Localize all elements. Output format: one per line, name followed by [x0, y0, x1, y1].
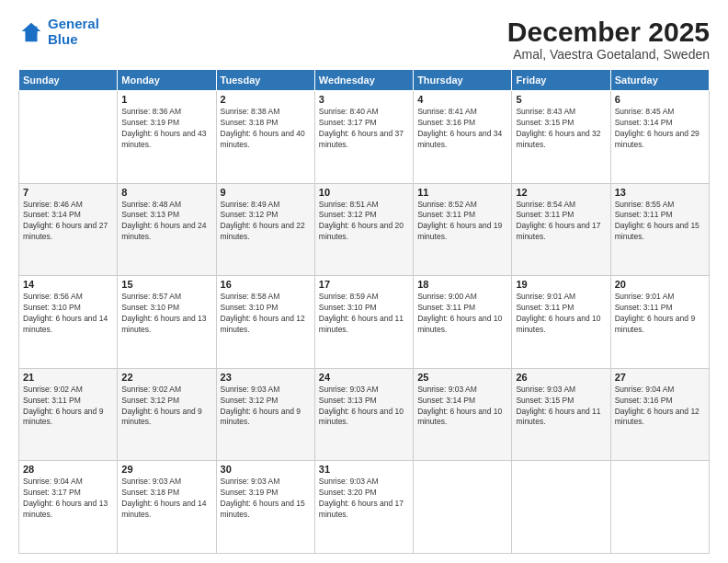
logo-text: General Blue [48, 17, 99, 47]
daylight-text: Daylight: 6 hours and 13 minutes. [23, 499, 108, 519]
sunset-text: Sunset: 3:14 PM [417, 396, 475, 405]
calendar-week-row: 1 Sunrise: 8:36 AM Sunset: 3:19 PM Dayli… [19, 91, 710, 184]
sunrise-text: Sunrise: 8:52 AM [417, 200, 477, 209]
table-row [610, 461, 709, 554]
day-number: 5 [516, 94, 606, 105]
sunset-text: Sunset: 3:11 PM [516, 303, 574, 312]
table-row: 30 Sunrise: 9:03 AM Sunset: 3:19 PM Dayl… [216, 461, 314, 554]
day-number: 28 [23, 464, 113, 475]
day-info: Sunrise: 8:41 AM Sunset: 3:16 PM Dayligh… [417, 107, 507, 151]
day-number: 1 [121, 94, 211, 105]
daylight-text: Daylight: 6 hours and 24 minutes. [121, 221, 206, 241]
day-number: 10 [319, 187, 409, 198]
table-row: 7 Sunrise: 8:46 AM Sunset: 3:14 PM Dayli… [19, 183, 118, 276]
sunrise-text: Sunrise: 9:03 AM [319, 477, 379, 486]
day-info: Sunrise: 8:40 AM Sunset: 3:17 PM Dayligh… [319, 107, 409, 151]
daylight-text: Daylight: 6 hours and 34 minutes. [417, 129, 502, 149]
day-info: Sunrise: 8:38 AM Sunset: 3:18 PM Dayligh… [221, 107, 311, 151]
table-row: 26 Sunrise: 9:03 AM Sunset: 3:15 PM Dayl… [512, 368, 610, 461]
daylight-text: Daylight: 6 hours and 13 minutes. [121, 314, 206, 334]
daylight-text: Daylight: 6 hours and 10 minutes. [417, 407, 502, 427]
sunset-text: Sunset: 3:13 PM [121, 210, 179, 219]
day-number: 20 [615, 279, 705, 290]
daylight-text: Daylight: 6 hours and 14 minutes. [121, 499, 206, 519]
sunrise-text: Sunrise: 9:01 AM [615, 292, 675, 301]
day-number: 11 [417, 187, 507, 198]
col-thursday: Thursday [414, 70, 512, 91]
sunset-text: Sunset: 3:10 PM [23, 303, 81, 312]
col-tuesday: Tuesday [216, 70, 314, 91]
day-info: Sunrise: 9:01 AM Sunset: 3:11 PM Dayligh… [615, 292, 705, 336]
day-info: Sunrise: 8:57 AM Sunset: 3:10 PM Dayligh… [121, 292, 211, 336]
table-row: 6 Sunrise: 8:45 AM Sunset: 3:14 PM Dayli… [610, 91, 709, 184]
day-info: Sunrise: 9:04 AM Sunset: 3:17 PM Dayligh… [23, 477, 113, 521]
table-row: 16 Sunrise: 8:58 AM Sunset: 3:10 PM Dayl… [216, 276, 314, 369]
day-number: 18 [417, 279, 507, 290]
day-number: 2 [221, 94, 311, 105]
daylight-text: Daylight: 6 hours and 11 minutes. [516, 407, 600, 427]
sunrise-text: Sunrise: 8:48 AM [121, 200, 181, 209]
daylight-text: Daylight: 6 hours and 9 minutes. [23, 407, 103, 427]
table-row [19, 91, 118, 184]
sunset-text: Sunset: 3:11 PM [615, 303, 673, 312]
logo: General Blue [18, 17, 99, 47]
daylight-text: Daylight: 6 hours and 15 minutes. [221, 499, 305, 519]
day-info: Sunrise: 9:04 AM Sunset: 3:16 PM Dayligh… [615, 385, 705, 429]
table-row [414, 461, 512, 554]
daylight-text: Daylight: 6 hours and 10 minutes. [417, 314, 502, 334]
day-info: Sunrise: 8:59 AM Sunset: 3:10 PM Dayligh… [319, 292, 409, 336]
sunrise-text: Sunrise: 8:41 AM [417, 107, 477, 116]
sunset-text: Sunset: 3:15 PM [516, 396, 574, 405]
table-row: 2 Sunrise: 8:38 AM Sunset: 3:18 PM Dayli… [216, 91, 314, 184]
sunrise-text: Sunrise: 8:45 AM [615, 107, 675, 116]
table-row: 4 Sunrise: 8:41 AM Sunset: 3:16 PM Dayli… [414, 91, 512, 184]
sunset-text: Sunset: 3:19 PM [121, 118, 179, 127]
sunset-text: Sunset: 3:20 PM [319, 488, 377, 497]
col-saturday: Saturday [610, 70, 709, 91]
calendar-week-row: 21 Sunrise: 9:02 AM Sunset: 3:11 PM Dayl… [19, 368, 710, 461]
sunset-text: Sunset: 3:10 PM [121, 303, 179, 312]
day-info: Sunrise: 8:55 AM Sunset: 3:11 PM Dayligh… [615, 200, 705, 244]
day-info: Sunrise: 8:46 AM Sunset: 3:14 PM Dayligh… [23, 200, 113, 244]
sunset-text: Sunset: 3:16 PM [417, 118, 475, 127]
table-row: 9 Sunrise: 8:49 AM Sunset: 3:12 PM Dayli… [216, 183, 314, 276]
table-row [512, 461, 610, 554]
sunrise-text: Sunrise: 8:56 AM [23, 292, 83, 301]
day-info: Sunrise: 9:03 AM Sunset: 3:15 PM Dayligh… [516, 385, 606, 429]
sunrise-text: Sunrise: 9:03 AM [516, 385, 575, 394]
sunrise-text: Sunrise: 9:02 AM [121, 385, 181, 394]
daylight-text: Daylight: 6 hours and 9 minutes. [221, 407, 301, 427]
day-number: 3 [319, 94, 409, 105]
sunrise-text: Sunrise: 9:01 AM [516, 292, 575, 301]
daylight-text: Daylight: 6 hours and 37 minutes. [319, 129, 404, 149]
title-block: December 2025 Amal, Vaestra Goetaland, S… [507, 17, 710, 62]
col-wednesday: Wednesday [314, 70, 413, 91]
table-row: 22 Sunrise: 9:02 AM Sunset: 3:12 PM Dayl… [118, 368, 216, 461]
table-row: 18 Sunrise: 9:00 AM Sunset: 3:11 PM Dayl… [414, 276, 512, 369]
daylight-text: Daylight: 6 hours and 12 minutes. [615, 407, 700, 427]
table-row: 28 Sunrise: 9:04 AM Sunset: 3:17 PM Dayl… [19, 461, 118, 554]
day-number: 9 [221, 187, 311, 198]
sunrise-text: Sunrise: 9:02 AM [23, 385, 83, 394]
sunrise-text: Sunrise: 8:58 AM [221, 292, 280, 301]
calendar-week-row: 7 Sunrise: 8:46 AM Sunset: 3:14 PM Dayli… [19, 183, 710, 276]
daylight-text: Daylight: 6 hours and 32 minutes. [516, 129, 600, 149]
sunset-text: Sunset: 3:11 PM [417, 210, 475, 219]
day-number: 24 [319, 372, 409, 383]
day-number: 19 [516, 279, 606, 290]
day-info: Sunrise: 9:03 AM Sunset: 3:20 PM Dayligh… [319, 477, 409, 521]
day-info: Sunrise: 9:00 AM Sunset: 3:11 PM Dayligh… [417, 292, 507, 336]
table-row: 19 Sunrise: 9:01 AM Sunset: 3:11 PM Dayl… [512, 276, 610, 369]
table-row: 17 Sunrise: 8:59 AM Sunset: 3:10 PM Dayl… [314, 276, 413, 369]
table-row: 10 Sunrise: 8:51 AM Sunset: 3:12 PM Dayl… [314, 183, 413, 276]
month-title: December 2025 [507, 17, 710, 47]
sunset-text: Sunset: 3:12 PM [221, 396, 279, 405]
daylight-text: Daylight: 6 hours and 12 minutes. [221, 314, 305, 334]
day-info: Sunrise: 9:03 AM Sunset: 3:18 PM Dayligh… [121, 477, 211, 521]
daylight-text: Daylight: 6 hours and 11 minutes. [319, 314, 404, 334]
daylight-text: Daylight: 6 hours and 20 minutes. [319, 221, 404, 241]
sunset-text: Sunset: 3:14 PM [23, 210, 81, 219]
day-number: 21 [23, 372, 113, 383]
day-number: 27 [615, 372, 705, 383]
logo-icon [18, 19, 44, 45]
